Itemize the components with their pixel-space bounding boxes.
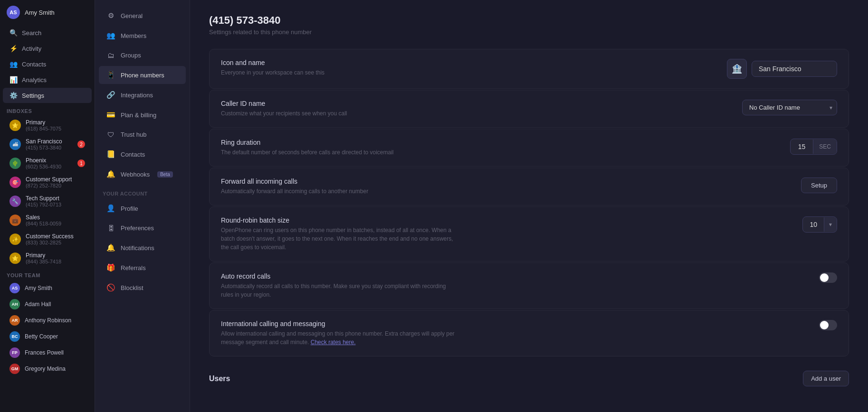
left-sidebar: AS Amy Smith 🔍 Search ⚡ Activity 👥 Conta…: [0, 0, 95, 412]
round-robin-info: Round-robin batch size OpenPhone can rin…: [221, 216, 793, 252]
mid-nav-profile[interactable]: 👤 Profile: [99, 199, 186, 217]
mid-nav-general[interactable]: ⚙ General: [99, 7, 186, 25]
mid-nav-preferences[interactable]: 🎛 Preferences: [99, 219, 186, 237]
team-betty-cooper[interactable]: BC Betty Cooper: [3, 329, 92, 344]
user-header[interactable]: AS Amy Smith: [0, 0, 95, 25]
inbox-icon-sales: 💼: [10, 215, 21, 226]
international-toggle[interactable]: [819, 320, 837, 330]
caller-id-control: No Caller ID name Amy Smith San Francisc…: [742, 100, 837, 115]
forward-calls-desc: Automatically forward all incoming calls…: [221, 187, 458, 196]
inbox-phoenix[interactable]: 🌵 Phoenix (602) 536-4930 1: [3, 154, 92, 172]
mid-nav-contacts[interactable]: 📒 Contacts: [99, 145, 186, 163]
search-icon: 🔍: [10, 29, 17, 37]
mid-nav-referrals[interactable]: 🎁 Referrals: [99, 259, 186, 277]
avatar-frances: FP: [10, 347, 20, 358]
inbox-icon-primary: ⭐: [10, 120, 21, 131]
activity-icon: ⚡: [10, 45, 17, 52]
mid-nav-blocklist[interactable]: 🚫 Blocklist: [99, 279, 186, 297]
inbox-primary2[interactable]: ⭐ Primary (844) 385-7418: [3, 249, 92, 267]
webhooks-icon: 🔔: [106, 170, 115, 178]
user-avatar: AS: [7, 6, 20, 19]
users-section-header: Users Add a user: [209, 371, 849, 386]
sidebar-item-contacts[interactable]: 👥 Contacts: [3, 56, 92, 72]
ring-duration-value: 15: [791, 139, 813, 154]
inbox-san-francisco[interactable]: 🏙 San Francisco (415) 573-3840 2: [3, 135, 92, 153]
section-ring-duration: Ring duration The default number of seco…: [209, 129, 849, 167]
inbox-icon-sf: 🏙: [10, 139, 21, 150]
inbox-customer-success[interactable]: ✨ Customer Success (833) 302-2825: [3, 230, 92, 248]
inbox-icon-phoenix: 🌵: [10, 158, 21, 169]
mid-nav-notifications[interactable]: 🔔 Notifications: [99, 239, 186, 257]
auto-record-desc: Automatically record all calls to this n…: [221, 282, 458, 299]
inbox-info-ts: Tech Support (415) 792-0713: [26, 195, 85, 207]
team-anthony-robinson[interactable]: AR Anthony Robinson: [3, 313, 92, 328]
preferences-icon: 🎛: [106, 224, 115, 232]
team-gregory-medina[interactable]: GM Gregory Medina: [3, 361, 92, 376]
inbox-icon-primary2: ⭐: [10, 253, 21, 264]
round-robin-arrow[interactable]: ▾: [824, 217, 837, 232]
sidebar-item-search[interactable]: 🔍 Search: [3, 25, 92, 40]
team-adam-hall[interactable]: AH Adam Hall: [3, 297, 92, 312]
mid-nav-trust-hub[interactable]: 🛡 Trust hub: [99, 126, 186, 143]
team-amy-smith[interactable]: AS Amy Smith: [3, 281, 92, 296]
plan-billing-icon: 💳: [106, 111, 115, 119]
name-input[interactable]: [752, 61, 837, 77]
section-auto-record: Auto record calls Automatically record a…: [209, 262, 849, 309]
team-frances-powell[interactable]: FP Frances Powell: [3, 345, 92, 360]
inbox-info-sf: San Francisco (415) 573-3840: [26, 138, 73, 150]
blocklist-icon: 🚫: [106, 283, 115, 292]
add-user-button[interactable]: Add a user: [803, 371, 849, 386]
section-icon-name: Icon and name Everyone in your workspace…: [209, 49, 849, 89]
inbox-tech-support[interactable]: 🔧 Tech Support (415) 792-0713: [3, 192, 92, 210]
mid-nav-groups[interactable]: 🗂 Groups: [99, 47, 186, 64]
international-info: International calling and messaging Allo…: [221, 320, 810, 346]
mid-nav-members[interactable]: 👥 Members: [99, 27, 186, 45]
auto-record-info: Auto record calls Automatically record a…: [221, 272, 810, 299]
avatar-adam: AH: [10, 299, 20, 309]
emoji-icon-button[interactable]: 🏦: [727, 59, 747, 79]
section-international: International calling and messaging Allo…: [209, 310, 849, 356]
members-icon: 👥: [106, 31, 115, 40]
inbox-primary[interactable]: ⭐ Primary (618) 845-7075: [3, 116, 92, 134]
mid-nav-webhooks[interactable]: 🔔 Webhooks Beta: [99, 165, 186, 183]
round-robin-label: Round-robin batch size: [221, 216, 793, 224]
inbox-info-phoenix: Phoenix (602) 536-4930: [26, 157, 73, 169]
inbox-sales[interactable]: 💼 Sales (844) 518-0059: [3, 211, 92, 229]
search-label: Search: [22, 29, 41, 37]
icon-name-info: Icon and name Everyone in your workspace…: [221, 59, 717, 77]
auto-record-toggle[interactable]: [819, 272, 837, 283]
forward-calls-info: Forward all incoming calls Automatically…: [221, 178, 792, 196]
mid-nav-phone-numbers[interactable]: 📱 Phone numbers: [99, 66, 186, 84]
international-row: International calling and messaging Allo…: [221, 320, 837, 346]
sidebar-item-analytics[interactable]: 📊 Analytics: [3, 72, 92, 87]
setup-button[interactable]: Setup: [801, 178, 837, 193]
analytics-label: Analytics: [22, 76, 47, 84]
caller-id-select-wrapper: No Caller ID name Amy Smith San Francisc…: [742, 100, 837, 115]
analytics-icon: 📊: [10, 76, 17, 84]
round-robin-desc: OpenPhone can ring users on this phone n…: [221, 226, 458, 252]
round-robin-control: 10 ▾: [802, 216, 837, 233]
ring-duration-info: Ring duration The default number of seco…: [221, 139, 781, 157]
sidebar-item-activity[interactable]: ⚡ Activity: [3, 41, 92, 56]
settings-icon: ⚙️: [10, 92, 17, 99]
inbox-customer-support[interactable]: 🎯 Customer Support (872) 252-7820: [3, 173, 92, 191]
avatar-anthony: AR: [10, 315, 20, 326]
icon-name-control: 🏦: [727, 59, 837, 79]
caller-id-info: Caller ID name Customize what your recip…: [221, 100, 733, 118]
caller-id-select[interactable]: No Caller ID name Amy Smith San Francisc…: [742, 100, 837, 115]
notifications-icon: 🔔: [106, 243, 115, 252]
section-caller-id: Caller ID name Customize what your recip…: [209, 90, 849, 128]
integrations-icon: 🔗: [106, 91, 115, 99]
mid-nav-integrations[interactable]: 🔗 Integrations: [99, 86, 186, 104]
contacts-mid-icon: 📒: [106, 150, 115, 159]
sidebar-item-settings[interactable]: ⚙️ Settings: [3, 88, 92, 103]
middle-sidebar: ⚙ General 👥 Members 🗂 Groups 📱 Phone num…: [95, 0, 190, 412]
check-rates-link[interactable]: Check rates here.: [311, 339, 356, 346]
phone-emoji: 🏦: [732, 64, 742, 74]
users-title: Users: [209, 375, 230, 383]
mid-nav-plan-billing[interactable]: 💳 Plan & billing: [99, 106, 186, 124]
avatar-gregory: GM: [10, 364, 20, 374]
phone-numbers-icon: 📱: [106, 71, 115, 79]
international-label: International calling and messaging: [221, 320, 810, 328]
icon-name-desc: Everyone in your workspace can see this: [221, 68, 458, 77]
